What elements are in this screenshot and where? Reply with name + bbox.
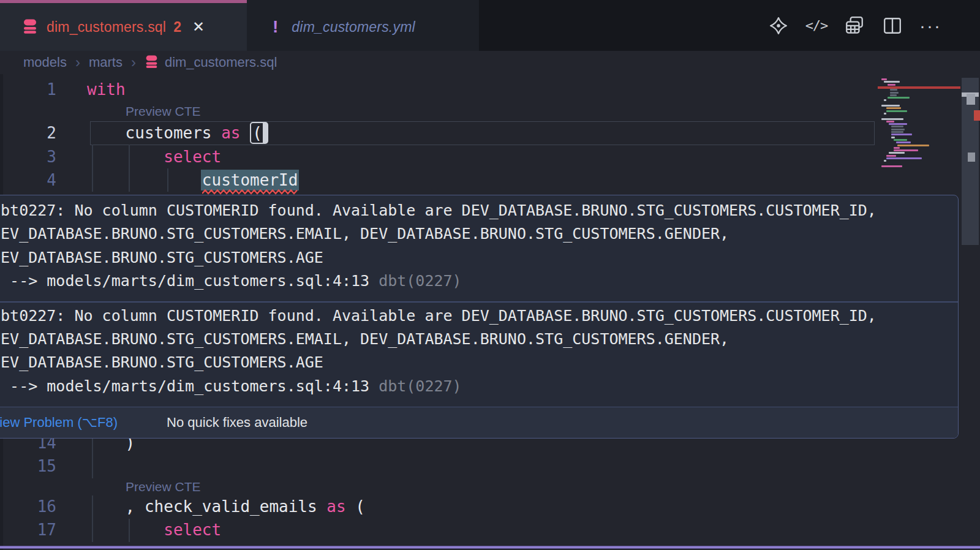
codelens-preview-cte[interactable]: Preview CTE [126, 105, 201, 118]
line-number: 3 [0, 145, 56, 168]
minimap-code-line [896, 141, 911, 143]
minimap-code-line [886, 155, 896, 157]
problem-file-location[interactable]: --> models/marts/dim_customers.sql:4:13 [0, 377, 379, 395]
problem-message-line: DEV_DATABASE.BRUNO.STG_CUSTOMERS.AGE [0, 351, 955, 374]
minimap-code-line [881, 165, 902, 167]
problem-message: dbt0227: No column CUSTOMERID found. Ava… [0, 303, 955, 407]
vscode-editor-window: dim_customers.sql 2 ✕ ! dim_customers.ym… [0, 0, 980, 550]
tab-dim-customers-sql[interactable]: dim_customers.sql 2 ✕ [0, 0, 247, 51]
minimap-code-line [894, 139, 907, 141]
code-line-4[interactable]: 4 customerId [0, 168, 980, 192]
view-problem-link[interactable]: View Problem (⌥F8) [0, 415, 118, 431]
code-text: customers as ( [87, 121, 268, 145]
minimap-code-line [889, 152, 905, 154]
code-text: select [87, 145, 221, 168]
tab-close-icon[interactable]: ✕ [192, 18, 205, 36]
line-number: 16 [0, 495, 56, 518]
codelens-row: Preview CTE [0, 101, 980, 121]
warning-icon: ! [273, 17, 278, 37]
problem-location-line: --> models/marts/dim_customers.sql:4:13 … [0, 375, 955, 398]
indent-guide [167, 168, 168, 192]
minimap-code-line [890, 94, 897, 96]
problem-message-line: dbt0227: No column CUSTOMERID found. Ava… [0, 304, 955, 328]
ruler-mark-match [968, 153, 975, 162]
code-text: , check_valid_emails as ( [87, 495, 365, 518]
chevron-right-icon: › [75, 54, 80, 71]
line-number: 17 [0, 518, 56, 541]
code-text: customerId [87, 168, 298, 192]
minimap-code-line [889, 123, 907, 125]
chevron-right-icon: › [131, 54, 136, 71]
codelens-preview-cte[interactable]: Preview CTE [126, 480, 201, 493]
editor-scrollbar[interactable] [962, 78, 979, 245]
minimap-code-line [881, 78, 887, 80]
minimap-code-line [890, 89, 897, 91]
problem-message-line: DEV_DATABASE.BRUNO.STG_CUSTOMERS.AGE [0, 246, 955, 269]
text-cursor: ( [250, 122, 268, 144]
database-file-icon [145, 55, 159, 70]
line-number: 1 [0, 78, 56, 101]
minimap-code-line [891, 129, 905, 130]
code-line-1[interactable]: 1with [0, 78, 980, 101]
dbt-power-user-icon[interactable] [767, 15, 790, 37]
problem-error-code[interactable]: dbt(0227) [379, 272, 461, 290]
tab-dim-customers-yml[interactable]: ! dim_customers.yml [247, 0, 479, 51]
code-text: with [87, 78, 126, 101]
line-number: 4 [0, 168, 56, 192]
problem-messages: dbt0227: No column CUSTOMERID found. Ava… [0, 195, 958, 407]
minimap-code-line [888, 97, 910, 99]
minimap-code-line [884, 81, 900, 83]
tab-label: dim_customers.sql [47, 19, 166, 36]
query-results-icon[interactable] [843, 15, 865, 37]
minimap-code-line [886, 110, 907, 112]
breadcrumb-file[interactable]: dim_customers.sql [145, 55, 277, 70]
minimap-code-line [884, 113, 886, 115]
panel-sash-divider[interactable] [0, 546, 980, 549]
minimap-code-line [886, 157, 922, 159]
editor-actions-toolbar: </> ··· [767, 0, 980, 51]
codelens-row: Preview CTE [0, 478, 980, 495]
minimap-code-line [894, 149, 918, 151]
tab-problems-badge: 2 [173, 19, 181, 36]
code-line-3[interactable]: 3 select [0, 145, 980, 168]
hover-status-bar: View Problem (⌥F8) No quick fixes availa… [0, 407, 958, 438]
more-actions-icon[interactable]: ··· [919, 15, 941, 37]
minimap-code-line [891, 131, 903, 133]
minimap-code-line [881, 105, 900, 107]
code-text: select [87, 518, 221, 541]
indent-guide [129, 519, 130, 542]
minimap-code-line [894, 147, 900, 149]
minimap-code-line [891, 126, 903, 127]
split-editor-icon[interactable] [881, 15, 903, 37]
line-number: 15 [0, 454, 56, 478]
code-lines-bottom: 14 )15Preview CTE16 , check_valid_emails… [0, 431, 980, 542]
code-lines-top: 1withPreview CTE2 customers as (3 select… [0, 78, 980, 192]
minimap-code-line [891, 137, 895, 138]
indent-guide [92, 145, 93, 192]
no-quick-fixes-label: No quick fixes available [167, 415, 307, 431]
minimap-code-line [884, 99, 886, 101]
minimap-code-line [897, 145, 929, 146]
breadcrumb-file-label: dim_customers.sql [165, 55, 277, 70]
minimap-code-line [886, 121, 894, 122]
minimap-code-line [881, 118, 903, 120]
problem-message: dbt0227: No column CUSTOMERID found. Ava… [0, 197, 955, 301]
problem-hover-popup: dbt0227: No column CUSTOMERID found. Ava… [0, 195, 959, 439]
breadcrumb-models[interactable]: models [23, 55, 67, 70]
breadcrumb-marts[interactable]: marts [89, 55, 123, 70]
code-line-16[interactable]: 16 , check_valid_emails as ( [0, 495, 980, 518]
database-file-icon [22, 18, 38, 36]
code-line-17[interactable]: 17 select [0, 518, 980, 541]
minimap-code-line [884, 160, 886, 162]
compiled-code-icon[interactable]: </> [805, 15, 827, 37]
problem-location-line: --> models/marts/dim_customers.sql:4:13 … [0, 269, 955, 293]
problem-message-line: DEV_DATABASE.BRUNO.STG_CUSTOMERS.EMAIL, … [0, 328, 955, 351]
code-line-15[interactable]: 15 [0, 454, 980, 478]
problem-error-code[interactable]: dbt(0227) [379, 377, 461, 395]
breadcrumb: models › marts › dim_customers.sql [23, 51, 277, 74]
minimap-code-line [891, 134, 912, 135]
problem-file-location[interactable]: --> models/marts/dim_customers.sql:4:13 [0, 272, 379, 290]
minimap-code-line [888, 84, 895, 86]
code-line-2[interactable]: 2 customers as ( [0, 121, 980, 145]
indent-guide [129, 145, 130, 192]
